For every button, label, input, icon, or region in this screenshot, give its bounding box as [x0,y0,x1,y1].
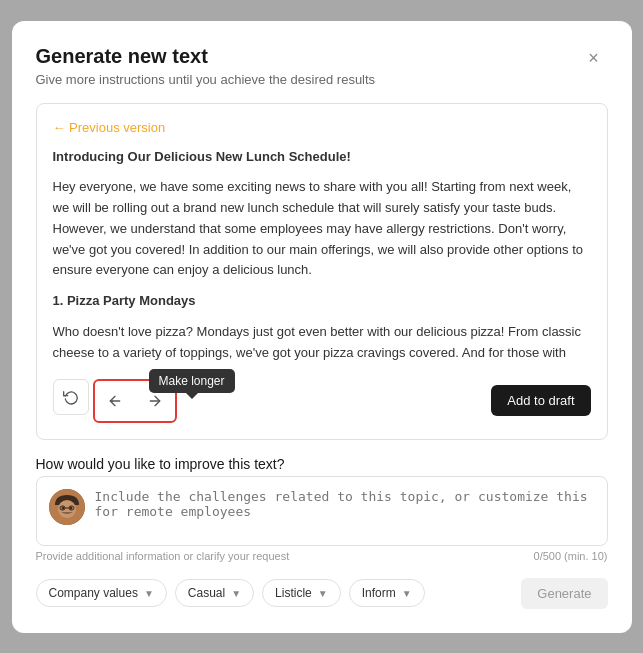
modal-title-group: Generate new text Give more instructions… [36,45,376,87]
input-area [36,476,608,546]
content-list-1: 1. Pizza Party Mondays [53,291,587,312]
generate-button[interactable]: Generate [521,578,607,609]
modal-header: Generate new text Give more instructions… [36,45,608,87]
tooltip-arrow [186,393,198,399]
toolbar-row: Make longer [53,379,591,423]
modal-title: Generate new text [36,45,376,68]
casual-label: Casual [188,586,225,600]
svg-point-6 [69,506,72,509]
hint-text: Provide additional information or clarif… [36,550,290,562]
improve-section: How would you like to improve this text? [36,456,608,562]
company-values-label: Company values [49,586,138,600]
casual-chevron: ▼ [231,588,241,599]
avatar-svg [49,489,85,525]
content-heading: Introducing Our Delicious New Lunch Sche… [53,147,587,168]
content-para-1: Hey everyone, we have some exciting news… [53,177,587,281]
casual-dropdown[interactable]: Casual ▼ [175,579,254,607]
options-row: Company values ▼ Casual ▼ Listicle ▼ Inf… [36,578,608,609]
char-count-row: Provide additional information or clarif… [36,550,608,562]
generate-text-modal: Generate new text Give more instructions… [12,21,632,633]
improve-input[interactable] [95,489,595,533]
inform-label: Inform [362,586,396,600]
make-longer-group: Make longer [93,379,177,423]
make-shorter-button[interactable] [97,383,133,419]
company-values-dropdown[interactable]: Company values ▼ [36,579,167,607]
inform-dropdown[interactable]: Inform ▼ [349,579,425,607]
prev-version-link[interactable]: ← Previous version [53,120,591,135]
company-values-chevron: ▼ [144,588,154,599]
toolbar-icons: Make longer [53,379,177,423]
listicle-label: Listicle [275,586,312,600]
modal-subtitle: Give more instructions until you achieve… [36,72,376,87]
listicle-chevron: ▼ [318,588,328,599]
avatar [49,489,85,525]
svg-point-5 [61,506,64,509]
tooltip-wrapper: Make longer [149,369,235,399]
add-to-draft-button[interactable]: Add to draft [491,385,590,416]
char-count: 0/500 (min. 10) [534,550,608,562]
close-button[interactable]: × [580,45,608,73]
content-para-2: Who doesn't love pizza? Mondays just got… [53,322,587,366]
improve-label: How would you like to improve this text? [36,456,608,472]
content-scroll[interactable]: Introducing Our Delicious New Lunch Sche… [53,147,591,367]
listicle-dropdown[interactable]: Listicle ▼ [262,579,341,607]
inform-chevron: ▼ [402,588,412,599]
tooltip-text: Make longer [149,369,235,393]
regenerate-button[interactable] [53,379,89,415]
content-preview-section: ← Previous version Introducing Our Delic… [36,103,608,440]
